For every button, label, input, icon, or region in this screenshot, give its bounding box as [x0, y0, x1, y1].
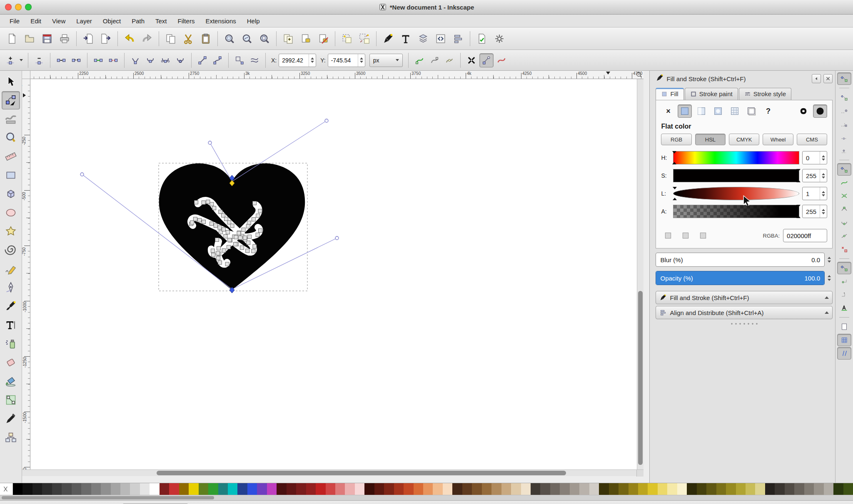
hue-value-spinbox[interactable]: 0	[802, 151, 827, 164]
edit-cut-button[interactable]	[180, 30, 197, 47]
path-node[interactable]	[242, 228, 245, 231]
blur-slider[interactable]: Blur (%) 0.0	[656, 253, 825, 267]
close-window-button[interactable]	[5, 4, 12, 10]
path-node[interactable]	[225, 262, 229, 266]
path-node[interactable]	[219, 210, 222, 214]
document-import-button[interactable]	[80, 30, 97, 47]
path-node[interactable]	[252, 249, 255, 253]
snap-cusp-nodes-button[interactable]	[837, 203, 851, 216]
paint-none-button[interactable]: ×	[661, 104, 675, 118]
path-node[interactable]	[202, 201, 205, 204]
path-node[interactable]	[252, 218, 255, 221]
menu-path[interactable]: Path	[127, 16, 149, 26]
path-node[interactable]	[202, 220, 206, 224]
palette-swatch[interactable]	[736, 483, 746, 495]
palette-swatch[interactable]	[111, 483, 120, 495]
alpha-slider[interactable]	[673, 205, 799, 218]
palette-swatch[interactable]	[570, 483, 579, 495]
palette-swatch[interactable]	[306, 483, 316, 495]
palette-swatch[interactable]	[501, 483, 511, 495]
light-spinner[interactable]	[820, 187, 827, 200]
path-node[interactable]	[222, 214, 225, 217]
docked-panel-align[interactable]: Align and Distribute (Shift+Ctrl+A)	[656, 306, 833, 319]
palette-swatch[interactable]	[521, 483, 531, 495]
palette-swatch[interactable]	[540, 483, 550, 495]
palette-swatch[interactable]	[531, 483, 540, 495]
path-node[interactable]	[198, 218, 202, 222]
paint-pattern-button[interactable]	[728, 104, 742, 118]
menu-extensions[interactable]: Extensions	[201, 16, 240, 26]
snap-bounding-box-button[interactable]	[837, 91, 851, 104]
node-corner-button[interactable]	[128, 53, 142, 67]
document-new-button[interactable]	[3, 30, 21, 47]
group-objects-button[interactable]	[338, 30, 356, 47]
palette-swatch[interactable]	[716, 483, 726, 495]
box3d-tool-button[interactable]	[2, 185, 20, 203]
palette-swatch[interactable]	[599, 483, 609, 495]
snap-bbox-edges-button[interactable]	[837, 104, 851, 117]
path-node[interactable]	[226, 231, 229, 234]
snap-paths-button[interactable]	[837, 176, 851, 189]
calligraphy-tool-button[interactable]	[2, 297, 20, 315]
path-node[interactable]	[193, 217, 197, 221]
path-node[interactable]	[217, 256, 220, 260]
path-node[interactable]	[206, 200, 210, 204]
vertical-scrollbar-thumb[interactable]	[638, 291, 643, 465]
palette-swatch[interactable]	[423, 483, 433, 495]
palette-swatch[interactable]	[648, 483, 657, 495]
path-node[interactable]	[230, 224, 234, 228]
snap-object-midpoints-button[interactable]	[837, 275, 851, 288]
horizontal-ruler[interactable]: 2250250027503k3250350037504k425045004750	[30, 71, 643, 79]
path-node[interactable]	[253, 245, 257, 248]
path-node[interactable]	[237, 231, 241, 235]
menu-help[interactable]: Help	[242, 16, 264, 26]
document-open-button[interactable]	[21, 30, 38, 47]
palette-swatch[interactable]	[130, 483, 140, 495]
tweak-tool-button[interactable]	[2, 110, 20, 128]
tab-stroke-paint[interactable]: Stroke paint	[685, 88, 738, 100]
snap-nodes-button[interactable]	[837, 163, 851, 176]
palette-swatch[interactable]	[560, 483, 569, 495]
palette-scrollbar[interactable]	[0, 495, 853, 500]
path-node[interactable]	[222, 228, 226, 231]
zoom-page-button[interactable]	[256, 30, 273, 47]
path-node[interactable]	[210, 222, 213, 226]
segment-line-button[interactable]	[195, 53, 210, 67]
snap-path-intersections-button[interactable]	[837, 190, 851, 202]
palette-swatch[interactable]	[814, 483, 823, 495]
palette-swatch[interactable]	[804, 483, 814, 495]
zoom-window-button[interactable]	[25, 4, 32, 10]
node-auto-button[interactable]	[173, 53, 187, 67]
eyedropper-button[interactable]	[696, 229, 710, 242]
path-node[interactable]	[190, 221, 194, 224]
path-node[interactable]	[252, 201, 256, 205]
path-node[interactable]	[212, 206, 216, 210]
palette-swatch[interactable]	[384, 483, 394, 495]
palette-swatch[interactable]	[638, 483, 648, 495]
edit-copy-button[interactable]	[162, 30, 180, 47]
palette-swatch[interactable]	[746, 483, 755, 495]
vertical-ruler[interactable]: 0-250-500-750-1000-1250-1500-1750	[22, 79, 30, 469]
palette-swatch[interactable]	[794, 483, 804, 495]
palette-swatch[interactable]	[335, 483, 345, 495]
horizontal-scrollbar-thumb[interactable]	[157, 471, 566, 475]
path-node[interactable]	[214, 224, 217, 228]
y-coordinate-spinner[interactable]	[358, 54, 365, 67]
snap-guides-button[interactable]	[837, 347, 851, 360]
palette-swatch[interactable]	[394, 483, 404, 495]
color-mode-hsl[interactable]: HSL	[695, 134, 726, 145]
palette-swatch[interactable]	[345, 483, 354, 495]
path-node[interactable]	[222, 248, 226, 252]
edit-paste-button[interactable]	[197, 30, 214, 47]
zoom-drawing-button[interactable]	[238, 30, 256, 47]
palette-swatch[interactable]	[287, 483, 296, 495]
star-tool-button[interactable]	[2, 222, 20, 241]
node-symmetric-button[interactable]	[158, 53, 172, 67]
light-value-spinbox[interactable]: 1	[802, 187, 827, 200]
path-node[interactable]	[258, 228, 262, 232]
text-tool-button[interactable]	[2, 316, 20, 334]
palette-swatch[interactable]	[667, 483, 677, 495]
palette-swatch[interactable]	[101, 483, 110, 495]
palette-swatch[interactable]	[228, 483, 237, 495]
path-node[interactable]	[227, 245, 230, 249]
